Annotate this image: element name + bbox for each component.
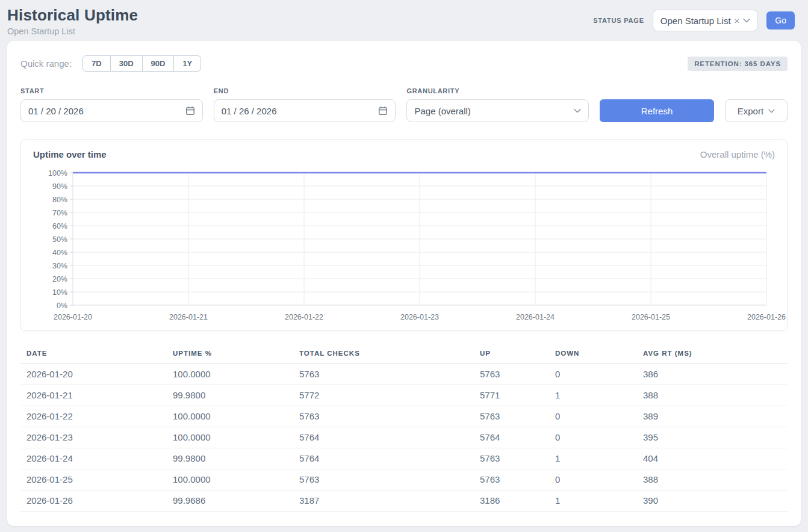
table-row: 2026-01-23100.0000576457640395 bbox=[20, 427, 788, 448]
quick-range-30d-button[interactable]: 30D bbox=[111, 55, 143, 72]
table-cell: 3186 bbox=[474, 490, 549, 512]
quick-range-group: 7D 30D 90D 1Y bbox=[82, 55, 201, 72]
start-date-value: 01 / 20 / 2026 bbox=[28, 106, 84, 116]
table-cell: 5764 bbox=[474, 427, 549, 448]
svg-text:0%: 0% bbox=[57, 302, 67, 310]
table-cell: 100.0000 bbox=[167, 364, 293, 385]
svg-text:2026-01-20: 2026-01-20 bbox=[54, 313, 92, 321]
table-cell: 0 bbox=[549, 469, 637, 490]
table-cell: 99.9800 bbox=[167, 385, 293, 406]
table-cell: 2026-01-24 bbox=[20, 448, 167, 469]
topbar-right: STATUS PAGE Open Startup List × Go bbox=[593, 10, 795, 31]
svg-text:2026-01-26: 2026-01-26 bbox=[747, 313, 786, 321]
table-cell: 1 bbox=[549, 448, 637, 469]
svg-text:10%: 10% bbox=[52, 288, 67, 297]
export-button-label: Export bbox=[738, 106, 763, 116]
table-cell: 5772 bbox=[293, 385, 474, 406]
table-cell: 99.9800 bbox=[167, 448, 293, 469]
page-title: Historical Uptime bbox=[7, 6, 138, 25]
chart-legend: Overall uptime (%) bbox=[700, 149, 775, 159]
svg-text:2026-01-21: 2026-01-21 bbox=[169, 313, 208, 321]
quick-range-90d-button[interactable]: 90D bbox=[143, 55, 175, 72]
table-row: 2026-01-2199.9800577257711388 bbox=[20, 385, 788, 406]
uptime-table: DATE UPTIME % TOTAL CHECKS UP DOWN AVG R… bbox=[20, 344, 788, 512]
table-row: 2026-01-2499.9800576457631404 bbox=[20, 448, 788, 469]
chevron-down-icon bbox=[574, 108, 581, 113]
table-cell: 1 bbox=[549, 385, 637, 406]
granularity-group: GRANULARITY Page (overall) bbox=[406, 87, 589, 122]
quick-range-1y-button[interactable]: 1Y bbox=[174, 55, 201, 72]
svg-text:100%: 100% bbox=[48, 169, 67, 178]
main-card: Quick range: 7D 30D 90D 1Y RETENTION: 36… bbox=[7, 41, 801, 526]
table-cell: 2026-01-25 bbox=[20, 469, 167, 490]
svg-text:50%: 50% bbox=[52, 235, 67, 244]
table-cell: 395 bbox=[637, 427, 788, 448]
chevron-down-icon bbox=[743, 18, 750, 23]
calendar-icon[interactable] bbox=[185, 106, 195, 116]
table-cell: 5764 bbox=[293, 448, 474, 469]
table-cell: 386 bbox=[637, 364, 788, 385]
page-subtitle: Open Startup List bbox=[7, 26, 138, 36]
svg-text:30%: 30% bbox=[52, 262, 67, 270]
uptime-table-head: DATE UPTIME % TOTAL CHECKS UP DOWN AVG R… bbox=[20, 344, 788, 364]
calendar-icon[interactable] bbox=[378, 106, 388, 116]
column-header-total-checks: TOTAL CHECKS bbox=[293, 344, 474, 364]
table-cell: 2026-01-26 bbox=[20, 490, 167, 512]
quick-range-left: Quick range: 7D 30D 90D 1Y bbox=[20, 55, 201, 72]
table-cell: 404 bbox=[637, 448, 788, 469]
table-cell: 5763 bbox=[474, 448, 549, 469]
svg-text:20%: 20% bbox=[52, 275, 67, 283]
status-page-select-value: Open Startup List bbox=[660, 16, 731, 26]
quick-range-7d-button[interactable]: 7D bbox=[82, 55, 111, 72]
table-cell: 100.0000 bbox=[167, 469, 293, 490]
start-date-label: START bbox=[20, 87, 203, 94]
page: Historical Uptime Open Startup List STAT… bbox=[0, 0, 808, 532]
svg-text:2026-01-23: 2026-01-23 bbox=[400, 313, 439, 321]
granularity-value: Page (overall) bbox=[414, 106, 470, 116]
column-header-uptime: UPTIME % bbox=[167, 344, 293, 364]
quick-range-row: Quick range: 7D 30D 90D 1Y RETENTION: 36… bbox=[20, 55, 788, 72]
clear-icon[interactable]: × bbox=[735, 16, 740, 26]
topbar: Historical Uptime Open Startup List STAT… bbox=[0, 0, 808, 40]
export-button[interactable]: Export bbox=[725, 99, 788, 122]
title-block: Historical Uptime Open Startup List bbox=[7, 6, 138, 36]
end-date-label: END bbox=[214, 87, 396, 94]
svg-text:2026-01-22: 2026-01-22 bbox=[285, 313, 323, 321]
table-cell: 5771 bbox=[474, 385, 549, 406]
table-cell: 5763 bbox=[293, 406, 474, 427]
column-header-avg-rt: AVG RT (MS) bbox=[637, 344, 788, 364]
table-cell: 5763 bbox=[474, 406, 549, 427]
svg-text:60%: 60% bbox=[52, 222, 67, 230]
table-cell: 100.0000 bbox=[167, 406, 293, 427]
granularity-select[interactable]: Page (overall) bbox=[406, 99, 589, 122]
svg-text:80%: 80% bbox=[52, 196, 67, 204]
controls-row: START 01 / 20 / 2026 END 01 / 26 / 2026 bbox=[20, 87, 788, 122]
refresh-button[interactable]: Refresh bbox=[600, 99, 714, 122]
table-cell: 0 bbox=[549, 406, 637, 427]
end-date-value: 01 / 26 / 2026 bbox=[222, 106, 277, 116]
end-date-group: END 01 / 26 / 2026 bbox=[214, 87, 396, 122]
table-row: 2026-01-25100.0000576357630388 bbox=[20, 469, 788, 490]
table-cell: 5764 bbox=[293, 427, 474, 448]
table-cell: 388 bbox=[637, 385, 788, 406]
table-cell: 389 bbox=[637, 406, 788, 427]
end-date-input[interactable]: 01 / 26 / 2026 bbox=[214, 99, 396, 122]
table-cell: 5763 bbox=[474, 364, 549, 385]
retention-badge: RETENTION: 365 DAYS bbox=[688, 57, 788, 71]
start-date-input[interactable]: 01 / 20 / 2026 bbox=[20, 99, 203, 122]
svg-text:70%: 70% bbox=[52, 209, 67, 217]
table-cell: 99.9686 bbox=[167, 490, 293, 512]
table-cell: 5763 bbox=[293, 364, 474, 385]
column-header-date: DATE bbox=[20, 344, 167, 364]
table-cell: 5763 bbox=[293, 469, 474, 490]
table-cell: 0 bbox=[549, 364, 637, 385]
table-cell: 5763 bbox=[474, 469, 549, 490]
table-cell: 388 bbox=[637, 469, 788, 490]
column-header-up: UP bbox=[474, 344, 549, 364]
quick-range-label: Quick range: bbox=[20, 58, 72, 69]
table-cell: 2026-01-23 bbox=[20, 427, 167, 448]
go-button[interactable]: Go bbox=[766, 11, 795, 29]
svg-text:2026-01-24: 2026-01-24 bbox=[516, 313, 555, 321]
granularity-label: GRANULARITY bbox=[406, 87, 589, 94]
status-page-select[interactable]: Open Startup List × bbox=[653, 10, 759, 31]
